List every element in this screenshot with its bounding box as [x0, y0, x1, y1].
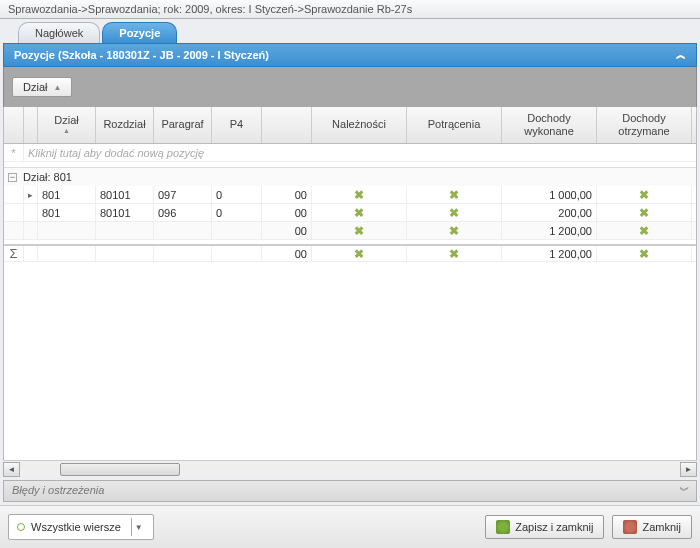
- new-row-placeholder[interactable]: * Kliknij tutaj aby dodać nową pozycję: [4, 144, 696, 162]
- save-and-close-button[interactable]: Zapisz i zamknij: [485, 515, 604, 539]
- col-expander: [24, 107, 38, 143]
- bottom-toolbar: Wszystkie wiersze ▼ Zapisz i zamknij Zam…: [0, 505, 700, 548]
- collapse-icon[interactable]: −: [8, 173, 17, 182]
- x-icon: ✖: [354, 247, 364, 261]
- grid-body: * Kliknij tutaj aby dodać nową pozycję −…: [4, 144, 696, 460]
- filter-dropdown[interactable]: Wszystkie wiersze ▼: [8, 514, 154, 540]
- scroll-left-button[interactable]: ◄: [3, 462, 20, 477]
- row-pointer-icon: ▸: [24, 186, 38, 203]
- save-icon: [496, 520, 510, 534]
- x-icon: ✖: [449, 224, 459, 238]
- group-chip-label: Dział: [23, 81, 47, 93]
- x-icon: ✖: [639, 206, 649, 220]
- cell-blank[interactable]: 00: [262, 186, 312, 203]
- cell-rozdzial[interactable]: 80101: [96, 204, 154, 221]
- group-by-panel[interactable]: Dział ▲: [3, 67, 697, 107]
- grand-total-row: Σ 00 ✖ ✖ 1 200,00 ✖: [4, 244, 696, 262]
- table-row[interactable]: ▸ 801 80101 097 0 00 ✖ ✖ 1 000,00 ✖: [4, 186, 696, 204]
- scroll-right-button[interactable]: ►: [680, 462, 697, 477]
- x-icon: ✖: [354, 224, 364, 238]
- x-icon: ✖: [449, 247, 459, 261]
- grand-dwyk: 1 200,00: [502, 246, 597, 261]
- col-p4[interactable]: P4: [212, 107, 262, 143]
- cell-naleznosci[interactable]: ✖: [312, 186, 407, 203]
- col-potracenia[interactable]: Potrącenia: [407, 107, 502, 143]
- cell-dzial[interactable]: 801: [38, 186, 96, 203]
- sort-asc-icon: ▲: [63, 127, 70, 135]
- cell-potracenia[interactable]: ✖: [407, 204, 502, 221]
- sigma-icon: Σ: [4, 246, 24, 261]
- table-row[interactable]: 801 80101 096 0 00 ✖ ✖ 200,00 ✖: [4, 204, 696, 222]
- tab-naglowek[interactable]: Nagłówek: [18, 22, 100, 43]
- x-icon: ✖: [639, 224, 649, 238]
- cell-dochody-otrzymane[interactable]: ✖: [597, 204, 692, 221]
- chevron-up-icon: ︽: [676, 48, 686, 62]
- group-row-801[interactable]: − Dział: 801: [4, 168, 696, 186]
- close-button[interactable]: Zamknij: [612, 515, 692, 539]
- cell-p4[interactable]: 0: [212, 204, 262, 221]
- col-dzial[interactable]: Dział▲: [38, 107, 96, 143]
- filter-label: Wszystkie wiersze: [31, 521, 121, 533]
- grid-header-row: Dział▲ Rozdział Paragraf P4 Należności P…: [4, 107, 696, 144]
- subtotal-dwyk: 1 200,00: [502, 222, 597, 239]
- app-window: Sprawozdania->Sprawozdania; rok: 2009, o…: [0, 0, 700, 548]
- errors-label: Błędy i ostrzeżenia: [12, 484, 104, 498]
- group-label: Dział: 801: [23, 171, 72, 183]
- col-indicator: [4, 107, 24, 143]
- cell-dochody-wykonane[interactable]: 1 000,00: [502, 186, 597, 203]
- col-dochody-otrzymane[interactable]: Dochody otrzymane: [597, 107, 692, 143]
- tab-pozycje[interactable]: Pozycje: [102, 22, 177, 43]
- col-rozdzial[interactable]: Rozdział: [96, 107, 154, 143]
- data-grid: Dział▲ Rozdział Paragraf P4 Należności P…: [3, 107, 697, 460]
- section-header[interactable]: Pozycje (Szkoła - 180301Z - JB - 2009 - …: [3, 43, 697, 67]
- cell-paragraf[interactable]: 097: [154, 186, 212, 203]
- cell-naleznosci[interactable]: ✖: [312, 204, 407, 221]
- cell-rozdzial[interactable]: 80101: [96, 186, 154, 203]
- tab-strip: Nagłówek Pozycje: [0, 19, 700, 43]
- errors-panel-header[interactable]: Błędy i ostrzeżenia ︾: [3, 480, 697, 502]
- col-dochody-wykonane[interactable]: Dochody wykonane: [502, 107, 597, 143]
- filter-status-icon: [17, 523, 25, 531]
- group-subtotal-row: 00 ✖ ✖ 1 200,00 ✖: [4, 222, 696, 240]
- chevron-down-icon: ︾: [678, 484, 688, 498]
- subtotal-blank: 00: [262, 222, 312, 239]
- col-naleznosci[interactable]: Należności: [312, 107, 407, 143]
- new-row-indicator: *: [4, 144, 24, 161]
- cell-dzial[interactable]: 801: [38, 204, 96, 221]
- x-icon: ✖: [354, 188, 364, 202]
- x-icon: ✖: [449, 206, 459, 220]
- section-title: Pozycje (Szkoła - 180301Z - JB - 2009 - …: [14, 49, 269, 61]
- close-icon: [623, 520, 637, 534]
- x-icon: ✖: [639, 188, 649, 202]
- group-by-chip-dzial[interactable]: Dział ▲: [12, 77, 72, 97]
- cell-dochody-otrzymane[interactable]: ✖: [597, 186, 692, 203]
- x-icon: ✖: [639, 247, 649, 261]
- grand-blank: 00: [262, 246, 312, 261]
- x-icon: ✖: [449, 188, 459, 202]
- sort-asc-icon: ▲: [53, 83, 61, 92]
- cell-blank[interactable]: 00: [262, 204, 312, 221]
- cell-dochody-wykonane[interactable]: 200,00: [502, 204, 597, 221]
- col-paragraf[interactable]: Paragraf: [154, 107, 212, 143]
- cell-potracenia[interactable]: ✖: [407, 186, 502, 203]
- horizontal-scrollbar[interactable]: ◄ ►: [3, 460, 697, 477]
- col-blank[interactable]: [262, 107, 312, 143]
- chevron-down-icon: ▼: [131, 518, 145, 536]
- new-row-hint: Kliknij tutaj aby dodać nową pozycję: [24, 144, 696, 161]
- x-icon: ✖: [354, 206, 364, 220]
- scrollbar-thumb[interactable]: [60, 463, 180, 476]
- cell-paragraf[interactable]: 096: [154, 204, 212, 221]
- cell-p4[interactable]: 0: [212, 186, 262, 203]
- breadcrumb-titlebar: Sprawozdania->Sprawozdania; rok: 2009, o…: [0, 0, 700, 19]
